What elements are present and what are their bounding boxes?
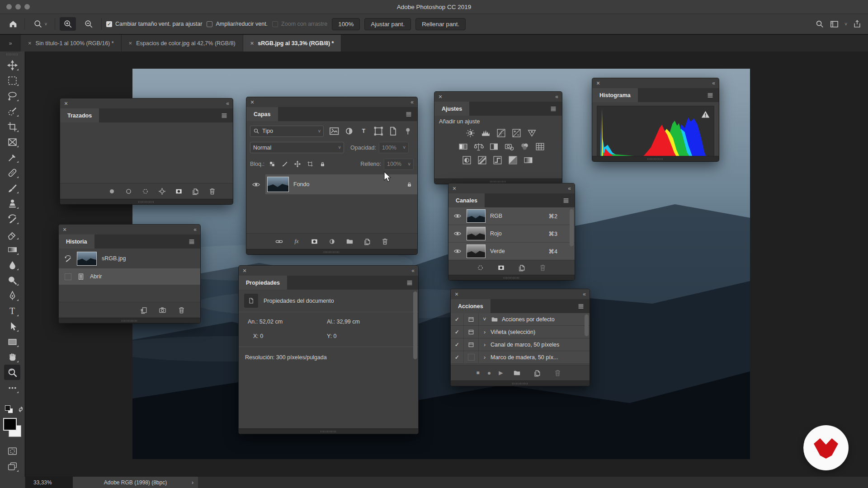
new-adjustment-layer-icon[interactable] xyxy=(326,235,338,248)
dialog-toggle-icon[interactable] xyxy=(464,338,479,351)
lock-pixels-icon[interactable] xyxy=(280,158,290,170)
type-tool[interactable]: T xyxy=(4,303,20,319)
foreground-color-swatch[interactable] xyxy=(3,418,17,431)
close-icon[interactable]: × xyxy=(453,185,456,192)
panel-menu-icon[interactable] xyxy=(188,238,196,246)
edit-toolbar-ellipsis[interactable] xyxy=(4,380,20,395)
quick-mask-button[interactable] xyxy=(4,443,20,459)
collapse-icon[interactable]: « xyxy=(411,267,414,274)
eyedropper-tool[interactable] xyxy=(4,150,20,165)
history-brush-source-icon[interactable] xyxy=(59,254,77,263)
blur-tool[interactable] xyxy=(4,257,20,272)
collapse-icon[interactable]: « xyxy=(712,80,715,86)
collapse-icon[interactable]: « xyxy=(568,185,571,192)
adjustment-curves-icon[interactable] xyxy=(496,128,506,138)
link-layers-icon[interactable] xyxy=(273,235,285,248)
channel-visibility-toggle[interactable] xyxy=(448,212,467,220)
blend-mode-select[interactable]: Normal˅ xyxy=(250,142,344,153)
adjustment-black-white-icon[interactable] xyxy=(489,141,499,152)
zoom-100-button[interactable]: 100% xyxy=(332,18,360,30)
path-selection-tool[interactable] xyxy=(4,319,20,334)
tab-historia[interactable]: Historia xyxy=(59,235,94,249)
stroke-path-icon[interactable] xyxy=(122,185,135,197)
zoom-all-windows-checkbox[interactable]: Ampliar/reducir vent. xyxy=(207,21,268,27)
close-icon[interactable]: × xyxy=(28,40,32,47)
new-layer-icon[interactable] xyxy=(361,235,373,248)
layer-thumbnail[interactable] xyxy=(267,177,289,192)
panel-menu-icon[interactable] xyxy=(706,91,714,99)
adjustment-vibrance-icon[interactable] xyxy=(527,128,537,138)
adjustment-photo-filter-icon[interactable] xyxy=(504,141,514,152)
brush-tool[interactable] xyxy=(4,180,20,196)
zoom-in-button[interactable] xyxy=(60,17,76,31)
filter-pixel-layers-icon[interactable] xyxy=(328,125,340,137)
action-check-icon[interactable]: ✓ xyxy=(451,313,464,325)
layer-style-fx-icon[interactable]: fx xyxy=(290,235,303,248)
lasso-tool[interactable] xyxy=(4,88,20,103)
collapse-icon[interactable]: « xyxy=(410,99,413,105)
chevron-down-icon[interactable]: ˅ xyxy=(844,22,847,27)
filter-type-layers-icon[interactable]: T xyxy=(358,125,369,137)
zoom-tool-preset[interactable]: ˅ xyxy=(29,17,50,31)
delete-state-icon[interactable] xyxy=(175,304,188,316)
fill-screen-button[interactable]: Rellenar pant. xyxy=(415,18,466,30)
panel-menu-icon[interactable] xyxy=(220,112,228,120)
zoom-window-button[interactable] xyxy=(24,4,30,9)
zoom-tool[interactable] xyxy=(4,365,20,380)
tab-trazados[interactable]: Trazados xyxy=(60,108,99,122)
panel-resize-grip[interactable] xyxy=(239,428,418,434)
delete-path-icon[interactable] xyxy=(206,185,218,197)
close-icon[interactable]: × xyxy=(439,94,442,100)
layer-visibility-toggle[interactable] xyxy=(246,174,265,194)
chevron-down-icon[interactable]: ˅ xyxy=(479,316,491,323)
share-icon[interactable] xyxy=(853,19,862,28)
filter-adjustment-layers-icon[interactable] xyxy=(343,125,355,137)
tab-document-3-active[interactable]: × sRGB.jpg al 33,3% (RGB/8) * xyxy=(243,35,342,52)
collapse-icon[interactable]: « xyxy=(226,100,229,107)
tab-histograma[interactable]: Histograma xyxy=(592,88,638,102)
clone-stamp-tool[interactable] xyxy=(4,196,20,211)
close-icon[interactable]: × xyxy=(243,267,246,274)
save-selection-as-channel-icon[interactable] xyxy=(495,261,508,274)
panel-resize-grip[interactable] xyxy=(59,318,200,323)
channel-row-rgb[interactable]: RGB ⌘2 xyxy=(448,207,575,225)
adjustment-exposure-icon[interactable] xyxy=(511,128,522,138)
pen-tool[interactable] xyxy=(4,288,20,303)
adjustment-brightness-icon[interactable] xyxy=(465,128,476,138)
new-channel-icon[interactable] xyxy=(516,261,528,274)
panel-resize-grip[interactable] xyxy=(246,249,417,254)
close-window-button[interactable] xyxy=(6,4,12,9)
status-document-profile[interactable]: Adobe RGB (1998) (8bpc) › xyxy=(73,477,198,488)
new-action-icon[interactable] xyxy=(531,366,543,379)
close-icon[interactable]: × xyxy=(129,40,132,47)
panel-menu-icon[interactable] xyxy=(562,197,570,205)
history-checkbox[interactable] xyxy=(65,273,71,280)
adjustment-threshold-icon[interactable] xyxy=(492,155,503,165)
filter-shape-layers-icon[interactable] xyxy=(373,125,384,137)
adjustment-posterize-icon[interactable] xyxy=(477,155,487,165)
resize-windows-checkbox[interactable]: ✓ Cambiar tamaño vent. para ajustar xyxy=(106,21,202,27)
close-icon[interactable]: × xyxy=(455,291,458,297)
search-icon[interactable] xyxy=(815,19,824,28)
history-state-row[interactable]: Abrir xyxy=(59,268,200,285)
tab-ajustes[interactable]: Ajustes xyxy=(434,102,469,116)
shape-tool[interactable] xyxy=(4,334,20,349)
new-path-icon[interactable] xyxy=(189,185,202,197)
new-document-from-state-icon[interactable] xyxy=(137,304,150,316)
marquee-tool[interactable] xyxy=(4,73,20,88)
stop-playing-icon[interactable]: ■ xyxy=(476,370,480,376)
lock-all-icon[interactable] xyxy=(318,158,328,170)
dodge-tool[interactable] xyxy=(4,272,20,288)
dialog-toggle-icon[interactable] xyxy=(464,313,479,325)
add-layer-mask-icon[interactable] xyxy=(308,235,321,248)
history-source-row[interactable]: sRGB.jpg xyxy=(59,249,200,268)
dialog-toggle-icon[interactable] xyxy=(464,326,479,338)
cached-data-warning-icon[interactable] xyxy=(701,110,710,119)
tab-capas[interactable]: Capas xyxy=(246,107,278,121)
adjustment-channel-mixer-icon[interactable] xyxy=(519,141,530,152)
add-mask-icon[interactable] xyxy=(172,185,185,197)
close-icon[interactable]: × xyxy=(63,226,66,233)
filter-toggle-pin-icon[interactable] xyxy=(402,125,414,137)
lock-transparency-icon[interactable] xyxy=(267,158,277,170)
crop-tool[interactable] xyxy=(4,119,20,134)
